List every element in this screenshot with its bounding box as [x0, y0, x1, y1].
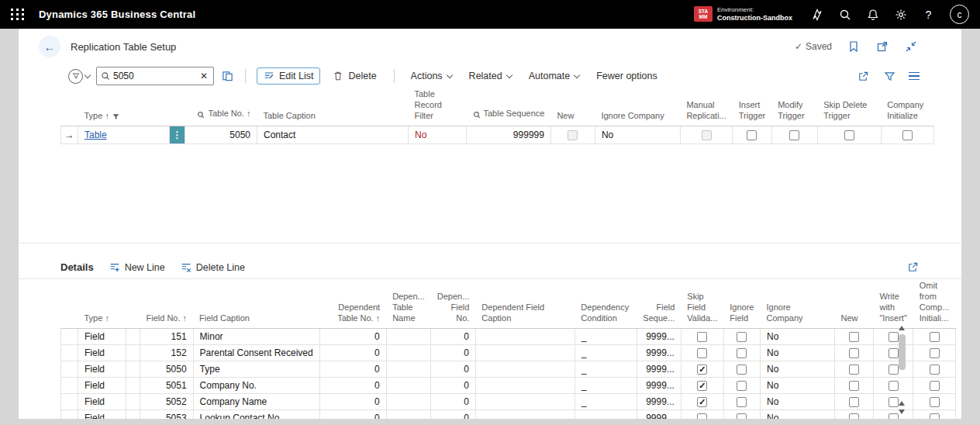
cell-field-sequence[interactable]: 9999... — [637, 410, 681, 419]
cell-field-caption[interactable]: Company Name — [193, 394, 319, 410]
column-header-type[interactable]: Type ↑ — [78, 88, 170, 126]
cell-dependent-field-caption[interactable] — [475, 361, 575, 378]
type-cell-link[interactable]: Table — [85, 130, 107, 140]
details-row[interactable]: Field 151 Minor 0 0 _ 9999... No — [61, 329, 956, 345]
avatar[interactable]: c — [950, 5, 969, 24]
filter-icon[interactable] — [882, 69, 896, 83]
cell-table-no[interactable]: 5050 — [185, 126, 257, 144]
cell-type[interactable]: Field — [78, 361, 126, 378]
help-icon[interactable]: ? — [922, 8, 935, 21]
cell-dependent-table-name[interactable] — [386, 394, 431, 410]
dynamics365-icon[interactable] — [810, 8, 823, 21]
cell-dependent-field-caption[interactable] — [475, 394, 575, 410]
delete-button[interactable]: Delete — [326, 68, 382, 84]
cell-ignore-company[interactable]: No — [595, 126, 680, 144]
modify-trigger-checkbox[interactable] — [789, 130, 799, 140]
cell-dependent-table-name[interactable] — [386, 378, 431, 394]
new-checkbox[interactable] — [849, 397, 859, 407]
cell-dependent-table-name[interactable] — [386, 329, 431, 345]
actions-menu[interactable]: Actions — [405, 68, 457, 84]
ignore-field-checkbox[interactable] — [737, 365, 747, 375]
cell-dependency-condition[interactable]: _ — [575, 345, 637, 361]
cell-dependency-condition[interactable]: _ — [575, 410, 637, 419]
automate-menu[interactable]: Automate — [523, 68, 585, 84]
cell-dependent-table-no[interactable]: 0 — [319, 410, 386, 419]
omit-from-company-initialization-checkbox[interactable] — [930, 413, 940, 419]
ignore-field-checkbox[interactable] — [737, 413, 747, 419]
cell-dependent-table-no[interactable]: 0 — [319, 345, 386, 361]
cell-dependent-table-name[interactable] — [386, 361, 431, 378]
scroll-up-icon[interactable] — [899, 401, 905, 406]
column-header-field-no[interactable]: Field No. ↑ — [140, 279, 194, 329]
cell-ignore-company[interactable]: No — [760, 410, 834, 419]
filter-pane-toggle-icon[interactable] — [220, 69, 234, 83]
cell-field-sequence[interactable]: 9999... — [637, 378, 681, 394]
cell-dependency-condition[interactable]: _ — [575, 378, 637, 394]
column-header-modify-trigger[interactable]: Modify Trigger — [771, 88, 817, 126]
column-header-field-caption[interactable]: Field Caption — [193, 279, 319, 329]
cell-dependent-table-name[interactable] — [386, 410, 431, 419]
column-header-table-record-filter[interactable]: Table Record Filter — [409, 88, 467, 126]
cell-field-sequence[interactable]: 9999... — [637, 345, 681, 361]
back-button[interactable]: ← — [39, 36, 60, 57]
popout-icon[interactable] — [876, 40, 889, 54]
cell-field-caption[interactable]: Company No. — [193, 378, 319, 394]
cell-field-sequence[interactable]: 9999... — [637, 361, 681, 378]
search-box[interactable]: ✕ — [96, 67, 214, 85]
details-row[interactable]: Field 152 Parental Consent Received 0 0 … — [61, 345, 956, 361]
skip-field-validation-checkbox[interactable] — [697, 381, 707, 391]
cell-dependent-field-no[interactable]: 0 — [431, 329, 476, 345]
column-header-dependent-field-no[interactable]: Depen... Field No. — [431, 279, 476, 329]
new-checkbox[interactable] — [849, 348, 859, 358]
cell-ignore-company[interactable]: No — [760, 361, 834, 378]
omit-from-company-initialization-checkbox[interactable] — [930, 348, 940, 358]
cell-type[interactable]: Field — [78, 345, 126, 361]
omit-from-company-initialization-checkbox[interactable] — [930, 332, 940, 342]
cell-field-caption[interactable]: Lookup Contact No. — [193, 410, 319, 419]
cell-dependency-condition[interactable]: _ — [575, 394, 637, 410]
column-header-ignore-field[interactable]: Ignore Field — [723, 279, 760, 329]
new-checkbox[interactable] — [849, 332, 859, 342]
cell-dependency-condition[interactable]: _ — [575, 329, 637, 345]
fewer-options-button[interactable]: Fewer options — [591, 68, 663, 84]
new-line-button[interactable]: New Line — [109, 262, 165, 273]
cell-field-no[interactable]: 5051 — [140, 378, 194, 394]
table-row[interactable]: → Table ⋮ 5050 Contact No 999999 No — [61, 126, 934, 144]
skip-field-validation-checkbox[interactable] — [697, 397, 707, 407]
column-header-field-sequence[interactable]: Field Seque... — [637, 279, 681, 329]
cell-field-sequence[interactable]: 9999... — [637, 329, 681, 345]
cell-dependent-table-no[interactable]: 0 — [319, 394, 386, 410]
cell-dependent-field-no[interactable]: 0 — [431, 410, 476, 419]
new-checkbox[interactable] — [849, 365, 859, 375]
cell-dependency-condition[interactable]: _ — [575, 361, 637, 378]
share-icon[interactable] — [856, 69, 870, 83]
delete-line-button[interactable]: Delete Line — [181, 262, 245, 273]
cell-table-sequence[interactable]: 999999 — [467, 126, 551, 144]
details-row[interactable]: Field 5050 Type 0 0 _ 9999... No — [61, 361, 956, 378]
app-launcher-icon[interactable] — [11, 9, 25, 20]
notifications-icon[interactable] — [866, 8, 879, 21]
vertical-scrollbar[interactable] — [896, 324, 907, 416]
column-header-new[interactable]: New — [834, 279, 873, 329]
cell-type[interactable]: Field — [78, 394, 126, 410]
cell-field-no[interactable]: 151 — [140, 329, 194, 345]
column-header-omit-from-company-initialization[interactable]: Omit from Comp... Initiali... — [913, 279, 956, 329]
details-row[interactable]: Field 5051 Company No. 0 0 _ 9999... No — [61, 378, 956, 394]
details-row[interactable]: Field 5053 Lookup Contact No. 0 0 _ 9999… — [61, 410, 956, 419]
ignore-field-checkbox[interactable] — [737, 381, 747, 391]
column-header-dependent-table-no[interactable]: Dependent Table No. ↑ — [319, 279, 386, 329]
cell-dependent-table-name[interactable] — [386, 345, 431, 361]
column-header-insert-trigger[interactable]: Insert Trigger — [733, 88, 771, 126]
cell-type[interactable]: Field — [78, 329, 126, 345]
scroll-up-icon[interactable] — [899, 326, 905, 330]
scrollbar-thumb[interactable] — [899, 334, 906, 370]
app-title[interactable]: Dynamics 365 Business Central — [39, 9, 195, 20]
cell-dependent-field-caption[interactable] — [475, 345, 575, 361]
new-checkbox[interactable] — [849, 381, 859, 391]
cell-ignore-company[interactable]: No — [760, 329, 834, 345]
clear-search-icon[interactable]: ✕ — [198, 71, 209, 81]
cell-dependent-field-no[interactable]: 0 — [431, 361, 476, 378]
related-menu[interactable]: Related — [464, 68, 517, 84]
cell-dependent-table-no[interactable]: 0 — [319, 378, 386, 394]
omit-from-company-initialization-checkbox[interactable] — [930, 381, 940, 391]
